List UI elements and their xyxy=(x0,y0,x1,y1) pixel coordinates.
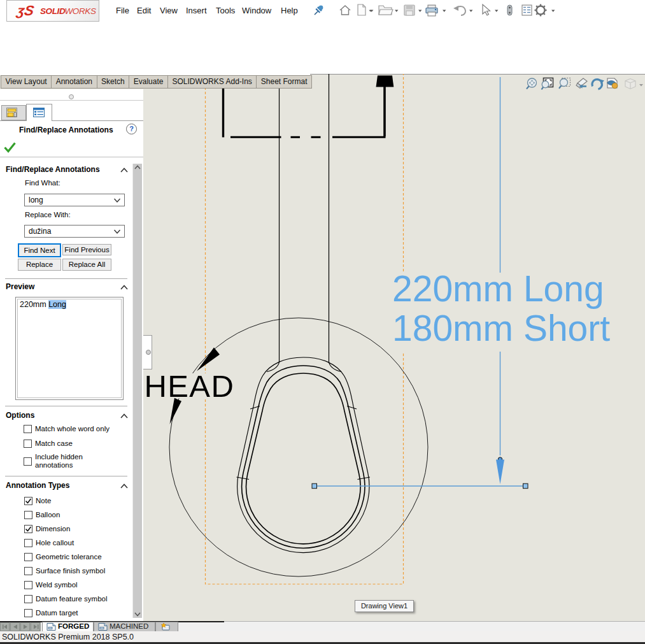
svg-text:ʒS: ʒS xyxy=(15,3,36,18)
svg-text:HEAD: HEAD xyxy=(145,369,235,403)
svg-text:180mm Short: 180mm Short xyxy=(392,308,610,348)
svg-text:220mm Long: 220mm Long xyxy=(392,268,604,309)
svg-text:WORKS: WORKS xyxy=(65,6,96,16)
svg-text:SOLID: SOLID xyxy=(40,6,66,16)
